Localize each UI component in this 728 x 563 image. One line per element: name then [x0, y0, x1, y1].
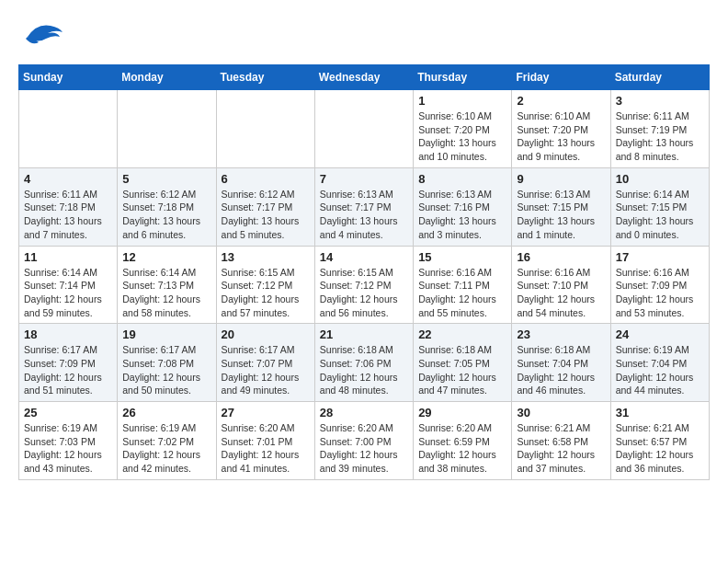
table-row: 3Sunrise: 6:11 AM Sunset: 7:19 PM Daylig…	[610, 90, 709, 168]
day-number: 5	[122, 172, 210, 186]
day-info: Sunrise: 6:18 AM Sunset: 7:05 PM Dayligh…	[418, 343, 506, 397]
table-row: 6Sunrise: 6:12 AM Sunset: 7:17 PM Daylig…	[216, 167, 314, 246]
day-number: 30	[517, 406, 605, 419]
table-row: 18Sunrise: 6:17 AM Sunset: 7:09 PM Dayli…	[19, 324, 118, 402]
day-number: 27	[222, 406, 310, 419]
day-info: Sunrise: 6:11 AM Sunset: 7:19 PM Dayligh…	[616, 109, 704, 164]
table-row: 20Sunrise: 6:17 AM Sunset: 7:07 PM Dayli…	[216, 324, 314, 402]
logo-bird-icon	[18, 18, 64, 55]
day-info: Sunrise: 6:17 AM Sunset: 7:09 PM Dayligh…	[24, 343, 112, 397]
table-row: 31Sunrise: 6:21 AM Sunset: 6:57 PM Dayli…	[610, 402, 709, 480]
day-info: Sunrise: 6:16 AM Sunset: 7:10 PM Dayligh…	[517, 266, 605, 320]
calendar-row: 18Sunrise: 6:17 AM Sunset: 7:09 PM Dayli…	[19, 324, 710, 402]
table-row: 26Sunrise: 6:19 AM Sunset: 7:02 PM Dayli…	[118, 402, 216, 480]
day-number: 17	[616, 250, 704, 264]
day-number: 10	[616, 172, 704, 186]
calendar-table: Sunday Monday Tuesday Wednesday Thursday…	[18, 64, 710, 480]
day-number: 7	[320, 172, 408, 186]
day-info: Sunrise: 6:19 AM Sunset: 7:04 PM Dayligh…	[616, 343, 704, 397]
day-info: Sunrise: 6:14 AM Sunset: 7:14 PM Dayligh…	[24, 266, 112, 320]
table-row: 14Sunrise: 6:15 AM Sunset: 7:12 PM Dayli…	[314, 246, 413, 324]
day-info: Sunrise: 6:15 AM Sunset: 7:12 PM Dayligh…	[222, 266, 310, 320]
day-info: Sunrise: 6:20 AM Sunset: 7:01 PM Dayligh…	[222, 421, 310, 476]
table-row: 21Sunrise: 6:18 AM Sunset: 7:06 PM Dayli…	[314, 324, 413, 402]
day-info: Sunrise: 6:18 AM Sunset: 7:06 PM Dayligh…	[320, 343, 408, 397]
day-info: Sunrise: 6:14 AM Sunset: 7:15 PM Dayligh…	[616, 188, 704, 242]
table-row: 10Sunrise: 6:14 AM Sunset: 7:15 PM Dayli…	[610, 167, 709, 246]
day-info: Sunrise: 6:13 AM Sunset: 7:16 PM Dayligh…	[418, 188, 506, 242]
day-number: 18	[24, 327, 112, 341]
day-number: 21	[320, 327, 408, 341]
day-info: Sunrise: 6:20 AM Sunset: 7:00 PM Dayligh…	[320, 421, 408, 476]
table-row: 15Sunrise: 6:16 AM Sunset: 7:11 PM Dayli…	[414, 246, 512, 324]
table-row: 17Sunrise: 6:16 AM Sunset: 7:09 PM Dayli…	[610, 246, 709, 324]
day-number: 2	[517, 94, 605, 108]
day-info: Sunrise: 6:10 AM Sunset: 7:20 PM Dayligh…	[517, 109, 605, 164]
day-number: 24	[616, 327, 704, 341]
logo	[18, 18, 68, 55]
table-row: 19Sunrise: 6:17 AM Sunset: 7:08 PM Dayli…	[118, 324, 216, 402]
table-row: 9Sunrise: 6:13 AM Sunset: 7:15 PM Daylig…	[512, 167, 610, 246]
day-number: 15	[418, 250, 506, 264]
day-number: 16	[517, 250, 605, 264]
day-number: 29	[418, 406, 506, 419]
table-row: 8Sunrise: 6:13 AM Sunset: 7:16 PM Daylig…	[414, 167, 512, 246]
day-info: Sunrise: 6:16 AM Sunset: 7:11 PM Dayligh…	[418, 266, 506, 320]
col-wednesday: Wednesday	[314, 65, 413, 90]
day-number: 22	[418, 327, 506, 341]
day-info: Sunrise: 6:13 AM Sunset: 7:15 PM Dayligh…	[517, 188, 605, 242]
table-row: 29Sunrise: 6:20 AM Sunset: 6:59 PM Dayli…	[414, 402, 512, 480]
table-row: 13Sunrise: 6:15 AM Sunset: 7:12 PM Dayli…	[216, 246, 314, 324]
day-info: Sunrise: 6:12 AM Sunset: 7:17 PM Dayligh…	[222, 188, 310, 242]
day-number: 28	[320, 406, 408, 419]
day-info: Sunrise: 6:10 AM Sunset: 7:20 PM Dayligh…	[418, 109, 506, 164]
day-info: Sunrise: 6:15 AM Sunset: 7:12 PM Dayligh…	[320, 266, 408, 320]
day-number: 20	[222, 327, 310, 341]
col-sunday: Sunday	[19, 65, 118, 90]
col-thursday: Thursday	[414, 65, 512, 90]
day-number: 1	[418, 94, 506, 108]
table-row: 7Sunrise: 6:13 AM Sunset: 7:17 PM Daylig…	[314, 167, 413, 246]
day-info: Sunrise: 6:13 AM Sunset: 7:17 PM Dayligh…	[320, 188, 408, 242]
table-row: 5Sunrise: 6:12 AM Sunset: 7:18 PM Daylig…	[118, 167, 216, 246]
day-number: 11	[24, 250, 112, 264]
col-saturday: Saturday	[610, 65, 709, 90]
table-row: 16Sunrise: 6:16 AM Sunset: 7:10 PM Dayli…	[512, 246, 610, 324]
day-number: 13	[222, 250, 310, 264]
table-row	[118, 90, 216, 168]
day-number: 31	[616, 406, 704, 419]
day-info: Sunrise: 6:11 AM Sunset: 7:18 PM Dayligh…	[24, 188, 112, 242]
day-info: Sunrise: 6:17 AM Sunset: 7:07 PM Dayligh…	[222, 343, 310, 397]
col-tuesday: Tuesday	[216, 65, 314, 90]
day-number: 19	[122, 327, 210, 341]
table-row: 25Sunrise: 6:19 AM Sunset: 7:03 PM Dayli…	[19, 402, 118, 480]
calendar-row: 11Sunrise: 6:14 AM Sunset: 7:14 PM Dayli…	[19, 246, 710, 324]
calendar-body: 1Sunrise: 6:10 AM Sunset: 7:20 PM Daylig…	[19, 90, 710, 480]
table-row: 24Sunrise: 6:19 AM Sunset: 7:04 PM Dayli…	[610, 324, 709, 402]
table-row: 30Sunrise: 6:21 AM Sunset: 6:58 PM Dayli…	[512, 402, 610, 480]
day-number: 23	[517, 327, 605, 341]
day-info: Sunrise: 6:19 AM Sunset: 7:03 PM Dayligh…	[24, 421, 112, 476]
day-info: Sunrise: 6:21 AM Sunset: 6:57 PM Dayligh…	[616, 421, 704, 476]
day-number: 12	[122, 250, 210, 264]
col-friday: Friday	[512, 65, 610, 90]
day-number: 4	[24, 172, 112, 186]
table-row: 22Sunrise: 6:18 AM Sunset: 7:05 PM Dayli…	[414, 324, 512, 402]
day-number: 3	[616, 94, 704, 108]
table-row: 23Sunrise: 6:18 AM Sunset: 7:04 PM Dayli…	[512, 324, 610, 402]
day-number: 25	[24, 406, 112, 419]
table-row	[19, 90, 118, 168]
day-info: Sunrise: 6:20 AM Sunset: 6:59 PM Dayligh…	[418, 421, 506, 476]
day-info: Sunrise: 6:12 AM Sunset: 7:18 PM Dayligh…	[122, 188, 210, 242]
day-info: Sunrise: 6:16 AM Sunset: 7:09 PM Dayligh…	[616, 266, 704, 320]
page-header	[18, 18, 710, 55]
table-row	[314, 90, 413, 168]
table-row: 2Sunrise: 6:10 AM Sunset: 7:20 PM Daylig…	[512, 90, 610, 168]
day-info: Sunrise: 6:17 AM Sunset: 7:08 PM Dayligh…	[122, 343, 210, 397]
table-row: 4Sunrise: 6:11 AM Sunset: 7:18 PM Daylig…	[19, 167, 118, 246]
table-row: 12Sunrise: 6:14 AM Sunset: 7:13 PM Dayli…	[118, 246, 216, 324]
table-row: 28Sunrise: 6:20 AM Sunset: 7:00 PM Dayli…	[314, 402, 413, 480]
calendar-header: Sunday Monday Tuesday Wednesday Thursday…	[19, 65, 710, 90]
day-number: 6	[222, 172, 310, 186]
calendar-row: 4Sunrise: 6:11 AM Sunset: 7:18 PM Daylig…	[19, 167, 710, 246]
